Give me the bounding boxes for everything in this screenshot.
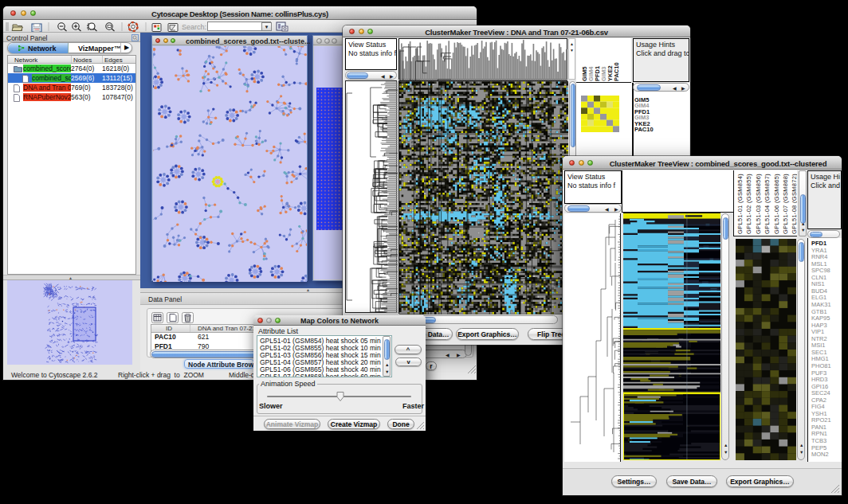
svg-text:Search:: Search: bbox=[182, 23, 206, 31]
